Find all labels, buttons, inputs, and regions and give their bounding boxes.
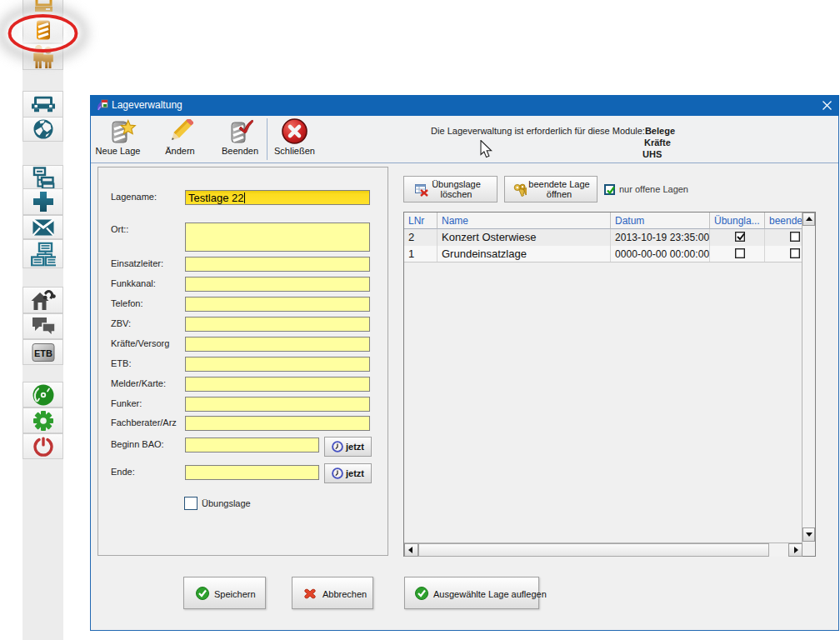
svg-text:ETB: ETB xyxy=(34,348,52,358)
